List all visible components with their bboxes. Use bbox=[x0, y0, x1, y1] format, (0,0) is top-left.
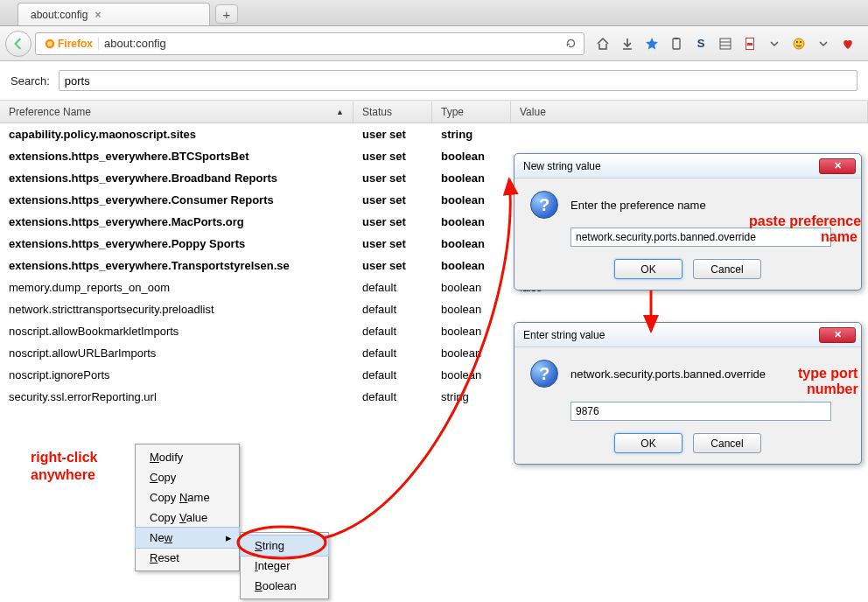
pref-name: extensions.https_everywhere.Consumer Rep… bbox=[0, 189, 354, 211]
browser-tab[interactable]: about:config × bbox=[18, 3, 210, 25]
pref-status: default bbox=[354, 320, 432, 342]
svg-rect-5 bbox=[720, 38, 731, 49]
col-name-label: Preference Name bbox=[9, 106, 91, 118]
ctx-reset[interactable]: Reset bbox=[136, 548, 239, 568]
question-icon: ? bbox=[530, 360, 558, 388]
svg-rect-10 bbox=[747, 43, 752, 46]
search-row: Search: bbox=[0, 61, 868, 101]
url-bar[interactable]: Firefox about:config bbox=[35, 32, 584, 55]
dialog-label: network.security.ports.banned.override bbox=[570, 368, 766, 381]
col-type[interactable]: Type bbox=[432, 102, 511, 122]
tab-close-icon[interactable]: × bbox=[94, 9, 101, 21]
col-status[interactable]: Status bbox=[354, 102, 432, 122]
tab-bar: about:config × + bbox=[0, 0, 868, 26]
pref-name: extensions.https_everywhere.BTCSportsBet bbox=[0, 145, 354, 167]
pref-type: boolean bbox=[432, 167, 511, 189]
dialog-label: Enter the preference name bbox=[570, 199, 706, 212]
ctx-copy-value[interactable]: Copy Value bbox=[136, 508, 239, 528]
pref-status: user set bbox=[354, 211, 432, 233]
context-menu: Modify Copy Copy Name Copy Value New▸ Re… bbox=[135, 444, 240, 571]
grid-icon[interactable] bbox=[718, 36, 733, 52]
svg-point-1 bbox=[47, 41, 52, 46]
dialog-close-button[interactable]: ✕ bbox=[819, 327, 856, 343]
firefox-badge: Firefox bbox=[39, 38, 99, 50]
ok-button[interactable]: OK bbox=[614, 433, 682, 453]
dropdown2-icon[interactable] bbox=[816, 36, 831, 52]
reload-icon bbox=[565, 38, 577, 49]
download-icon[interactable] bbox=[620, 36, 635, 52]
pref-type: boolean bbox=[432, 298, 511, 320]
pref-status: user set bbox=[354, 145, 432, 167]
pref-status: default bbox=[354, 364, 432, 386]
smiley-icon[interactable] bbox=[791, 36, 807, 52]
dialog-close-button[interactable]: ✕ bbox=[819, 158, 856, 174]
pref-name: security.ssl.errorReporting.url bbox=[0, 386, 354, 408]
tab-title: about:config bbox=[31, 9, 88, 21]
svg-point-11 bbox=[794, 38, 804, 49]
sort-asc-icon: ▲ bbox=[336, 108, 344, 116]
pref-type: boolean bbox=[432, 189, 511, 211]
ctx-copy[interactable]: Copy bbox=[136, 467, 239, 487]
pref-status: user set bbox=[354, 233, 432, 255]
pref-name: extensions.https_everywhere.Transportsty… bbox=[0, 255, 354, 276]
svg-rect-3 bbox=[675, 38, 678, 39]
home-icon[interactable] bbox=[595, 36, 611, 52]
pref-value bbox=[511, 298, 868, 320]
new-tab-button[interactable]: + bbox=[215, 4, 238, 24]
col-preference-name[interactable]: Preference Name ▲ bbox=[0, 102, 354, 122]
pref-name: extensions.https_everywhere.Broadband Re… bbox=[0, 167, 354, 189]
cancel-button[interactable]: Cancel bbox=[693, 433, 761, 453]
search-label: Search: bbox=[10, 74, 50, 88]
clipboard-icon[interactable] bbox=[668, 36, 684, 52]
table-row[interactable]: network.stricttransportsecurity.preloadl… bbox=[0, 298, 868, 320]
question-icon: ? bbox=[530, 191, 558, 219]
pdf-icon[interactable] bbox=[742, 36, 758, 52]
back-button[interactable] bbox=[5, 31, 32, 57]
s-icon[interactable]: S bbox=[693, 36, 709, 52]
firefox-icon bbox=[45, 38, 55, 49]
pref-value bbox=[511, 123, 868, 145]
context-submenu-new: String Integer Boolean bbox=[240, 532, 329, 599]
pref-name: extensions.https_everywhere.Poppy Sports bbox=[0, 233, 354, 255]
pref-type: boolean bbox=[432, 364, 511, 386]
pref-name: noscript.ignorePorts bbox=[0, 364, 354, 386]
reload-button[interactable] bbox=[561, 34, 580, 53]
pref-status: default bbox=[354, 298, 432, 320]
ctx-copy-name[interactable]: Copy Name bbox=[136, 487, 239, 508]
ctx-new[interactable]: New▸ bbox=[135, 527, 240, 549]
pref-name: noscript.allowBookmarkletImports bbox=[0, 320, 354, 342]
search-input[interactable] bbox=[59, 70, 858, 91]
table-row[interactable]: capability.policy.maonoscript.sitesuser … bbox=[0, 123, 868, 145]
svg-text:S: S bbox=[697, 37, 705, 50]
pref-type: string bbox=[432, 123, 511, 145]
dialog-titlebar: Enter string value ✕ bbox=[514, 323, 861, 347]
svg-point-12 bbox=[796, 41, 798, 43]
back-arrow-icon bbox=[12, 38, 24, 50]
url-text: about:config bbox=[99, 37, 561, 50]
col-value[interactable]: Value bbox=[511, 102, 868, 122]
brand-label: Firefox bbox=[58, 38, 93, 50]
pref-status: default bbox=[354, 342, 432, 364]
pref-type: boolean bbox=[432, 211, 511, 233]
ok-button[interactable]: OK bbox=[614, 259, 682, 279]
anno-rightclick1: right-click bbox=[31, 450, 98, 465]
ctx-modify[interactable]: Modify bbox=[136, 447, 239, 467]
string-value-input[interactable] bbox=[570, 402, 831, 421]
dialog-titlebar: New string value ✕ bbox=[514, 154, 861, 178]
ctx-new-integer[interactable]: Integer bbox=[241, 556, 328, 576]
dropdown-icon[interactable] bbox=[766, 36, 782, 52]
heart-icon[interactable] bbox=[840, 36, 856, 52]
bookmark-star-icon[interactable] bbox=[644, 36, 660, 52]
enter-string-value-dialog: Enter string value ✕ ? network.security.… bbox=[514, 322, 862, 465]
preference-name-input[interactable] bbox=[570, 228, 831, 247]
pref-type: boolean bbox=[432, 276, 511, 298]
pref-status: user set bbox=[354, 123, 432, 145]
ctx-new-string[interactable]: String bbox=[240, 535, 329, 556]
pref-status: default bbox=[354, 386, 432, 408]
navigation-bar: Firefox about:config S bbox=[0, 26, 868, 61]
pref-name: capability.policy.maonoscript.sites bbox=[0, 123, 354, 145]
cancel-button[interactable]: Cancel bbox=[693, 259, 761, 279]
ctx-new-boolean[interactable]: Boolean bbox=[241, 576, 328, 596]
new-string-value-dialog: New string value ✕ ? Enter the preferenc… bbox=[514, 153, 862, 290]
table-header: Preference Name ▲ Status Type Value bbox=[0, 101, 868, 123]
